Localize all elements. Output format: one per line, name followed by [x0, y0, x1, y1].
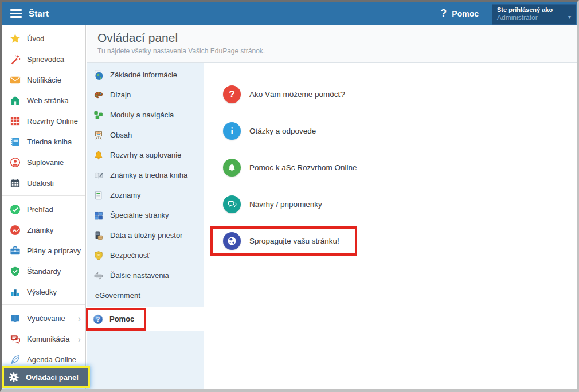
submenu-item-label: Moduly a navigácia [110, 111, 174, 119]
sidebar-item-label: Známky [27, 226, 53, 234]
sidebar-item-vyucovanie[interactable]: Vyučovanie› [2, 308, 85, 328]
home-icon [9, 95, 21, 106]
submenu-item-znamky-a-triedna-kniha[interactable]: Známky a triedna kniha [87, 165, 204, 185]
sidebar-item-triedna-kniha[interactable]: Triedna kniha [2, 131, 85, 152]
sidebar-item-notifikacie[interactable]: Notifikácie [2, 69, 85, 90]
blue-cubes-icon [92, 210, 105, 221]
sidebar-item-sprievodca[interactable]: Sprievodca [2, 49, 85, 69]
submenu-item-moduly-a-navigacia[interactable]: Moduly a navigácia [87, 105, 204, 125]
magic-wand-icon [9, 53, 21, 65]
sidebar-item-label: Výsledky [27, 288, 57, 296]
globe-circle-icon [223, 232, 241, 250]
help-link-row-ako-vam-mozeme-pomoct[interactable]: ?Ako Vám môžeme pomôcť? [223, 76, 577, 112]
submenu-item-egovernment[interactable]: eGovernment [87, 285, 204, 305]
submenu-selected-row: ? Pomoc [87, 307, 204, 331]
submenu-footer-panel [87, 331, 204, 389]
submenu-item-label: Známky a triedna kniha [110, 171, 187, 179]
sidebar-item-label: Prehľad [27, 205, 53, 214]
help-button[interactable]: ? Pomoc [440, 2, 479, 25]
submenu-selected-label: Pomoc [109, 315, 134, 323]
sidebar-item-label: Vyučovanie [27, 314, 65, 323]
submenu-item-specialne-stranky[interactable]: Špeciálne stránky [87, 205, 204, 225]
sidebar-item-label: Komunikácia [27, 335, 69, 343]
question-mark-icon: ? [440, 7, 447, 19]
gear-icon [8, 371, 19, 383]
page-header: Ovládací panel Tu nájdete všetky nastave… [87, 25, 577, 63]
help-link-row-pomoc-k-asc-rozvrhom-online[interactable]: Pomoc k aSc Rozvrhom Online [223, 149, 577, 186]
left-sidebar: ÚvodSprievodcaNotifikácieWeb stránkaRozv… [2, 25, 86, 389]
user-role-value: Administrátor [497, 14, 571, 22]
sidebar-item-standardy[interactable]: Štandardy [2, 261, 85, 281]
person-circle-icon [9, 156, 21, 168]
control-panel-submenu: Základné informácieDizajnModuly a navigá… [87, 63, 204, 389]
star-icon [9, 33, 21, 44]
logged-in-user-dropdown[interactable]: Ste prihlásený ako Administrátor ▾ [492, 4, 576, 25]
submenu-list: Základné informácieDizajnModuly a navigá… [87, 63, 204, 307]
sidebar-item-prehlad[interactable]: Prehľad [2, 199, 85, 219]
shield-check-icon [9, 265, 21, 277]
sidebar-item-plany-a-pripravy[interactable]: Plány a prípravy [2, 240, 85, 261]
easel-icon [92, 130, 105, 141]
help-link-row-otazky-a-odpovede[interactable]: iOtázky a odpovede [223, 112, 577, 149]
sidebar-item-label: Web stránka [27, 96, 69, 105]
start-menu-label[interactable]: Štart [29, 9, 49, 18]
submenu-item-zakladne-informacie[interactable]: Základné informácie [87, 65, 204, 85]
sidebar-item-label: Triedna kniha [27, 138, 72, 146]
sidebar-item-udalosti[interactable]: Udalosti [2, 173, 85, 193]
sidebar-item-suplovanie[interactable]: Suplovanie [2, 152, 85, 173]
sidebar-item-znamky[interactable]: AZnámky [2, 219, 85, 240]
sidebar-item-label: Rozvrhy Online [27, 117, 78, 126]
chevron-down-icon: ▾ [568, 14, 571, 20]
submenu-item-pomoc-selected[interactable]: ? Pomoc [86, 308, 146, 331]
bar-chart-icon [9, 286, 21, 297]
submenu-item-obsah[interactable]: Obsah [87, 125, 204, 145]
svg-text:A: A [12, 227, 16, 233]
help-link-row-spropagujte-vasu-stranku: Spropagujte vašu stránku! [223, 222, 577, 259]
sidebar-item-ovladaci-panel-active[interactable]: Ovládací panel [2, 366, 90, 388]
question-circle-icon: ? [223, 85, 241, 103]
sidebar-item-komunikacia[interactable]: Komunikácia› [2, 328, 85, 349]
timetable-grid-icon [9, 115, 21, 127]
help-link-label: Pomoc k aSc Rozvrhom Online [249, 163, 357, 172]
globe-doc-icon [92, 69, 105, 81]
sidebar-item-rozvrhy-online[interactable]: Rozvrhy Online [2, 111, 85, 131]
help-link-label: Ako Vám môžeme pomôcť? [249, 90, 345, 99]
submenu-item-dalsie-nastavenia[interactable]: Ďalšie nastavenia [87, 265, 204, 285]
sidebar-item-label: Udalosti [27, 179, 54, 187]
notepad-icon [92, 190, 105, 201]
submenu-item-dizajn[interactable]: Dizajn [87, 85, 204, 105]
bell-yellow-icon [92, 150, 105, 161]
notebook-icon [9, 136, 21, 147]
help-link-label: Spropagujte vašu stránku! [249, 237, 339, 245]
sidebar-item-web-stranka[interactable]: Web stránka [2, 90, 85, 111]
help-link-row-navrhy-pripomienky[interactable]: Návrhy / pripomienky [223, 186, 577, 222]
submenu-item-bezpecnost[interactable]: Bezpečnosť [87, 245, 204, 265]
chevron-right-icon: › [78, 314, 81, 323]
submenu-item-data-a-ulozny-priestor[interactable]: Dáta a úložný priestor [87, 225, 204, 245]
sidebar-item-label: Štandardy [27, 267, 61, 276]
help-link-label: Návrhy / pripomienky [249, 200, 322, 209]
sidebar-divider [2, 304, 85, 305]
chevron-right-icon: › [78, 335, 81, 343]
open-book-icon [9, 312, 21, 324]
sidebar-item-uvod[interactable]: Úvod [2, 28, 85, 49]
sidebar-item-vysledky[interactable]: Výsledky [2, 281, 85, 302]
page-title: Ovládací panel [97, 31, 577, 45]
highlighted-link-spropagujte-vasu-stranku[interactable]: Spropagujte vašu stránku! [210, 226, 357, 256]
submenu-item-label: Zoznamy [110, 191, 140, 199]
submenu-item-rozvrhy-a-suplovanie[interactable]: Rozvrhy a suplovanie [87, 145, 204, 165]
hamburger-menu-icon[interactable] [10, 9, 22, 18]
sidebar-item-label: Agenda Online [27, 355, 76, 364]
info-circle-icon: i [223, 122, 241, 140]
help-label: Pomoc [452, 9, 479, 18]
sidebar-item-label: Suplovanie [27, 158, 64, 167]
main-content: ?Ako Vám môžeme pomôcť?iOtázky a odpoved… [205, 63, 577, 389]
envelope-icon [9, 74, 21, 85]
submenu-item-zoznamy[interactable]: Zoznamy [87, 185, 204, 205]
submenu-item-label: eGovernment [95, 291, 140, 300]
tools-icon [92, 270, 105, 281]
submenu-item-label: Dizajn [110, 91, 131, 99]
sidebar-groups: ÚvodSprievodcaNotifikácieWeb stránkaRozv… [2, 28, 85, 370]
sidebar-item-label: Plány a prípravy [27, 246, 81, 255]
chat-circle-icon [223, 195, 241, 213]
